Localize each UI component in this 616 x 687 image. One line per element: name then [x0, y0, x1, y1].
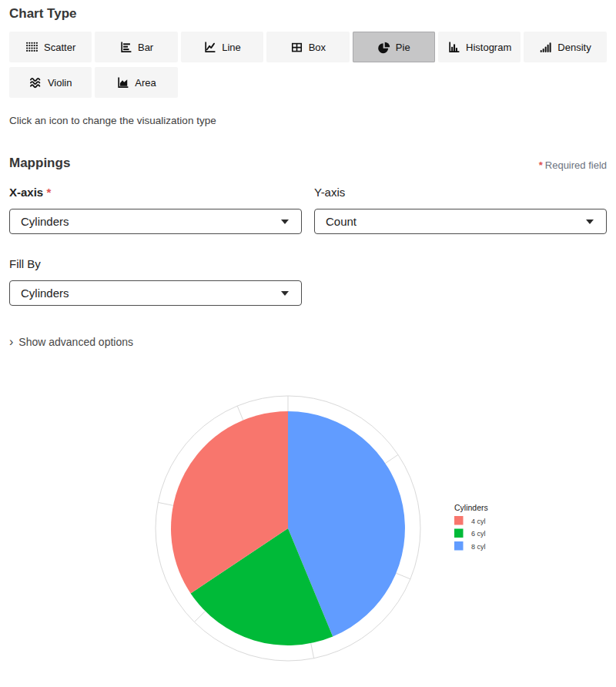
show-advanced-options-label: Show advanced options — [18, 336, 133, 348]
legend-label: 8 cyl — [471, 543, 486, 551]
chart-type-button-label: Bar — [138, 42, 153, 53]
chart-type-button-label: Line — [222, 42, 241, 53]
chart-area: Cylinders4 cyl6 cyl8 cyl — [9, 367, 607, 685]
legend-label: 4 cyl — [471, 518, 486, 525]
required-field-note: *Required field — [539, 159, 607, 171]
required-asterisk-icon: * — [539, 159, 543, 171]
chart-type-button-pie[interactable]: Pie — [353, 32, 435, 62]
chart-type-caption: Click an icon to change the visualizatio… — [9, 115, 607, 126]
chevron-right-icon: › — [9, 337, 13, 347]
chart-type-title: Chart Type — [9, 6, 607, 22]
box-icon — [290, 41, 303, 54]
show-advanced-options-link[interactable]: › Show advanced options — [9, 336, 607, 348]
chart-type-button-box[interactable]: Box — [266, 32, 349, 62]
required-field-text: Required field — [545, 159, 607, 171]
chart-type-button-label: Area — [135, 77, 156, 89]
chart-type-button-label: Histogram — [466, 42, 511, 53]
chart-builder-panel: Chart Type ScatterBarLineBoxPieHistogram… — [0, 0, 616, 685]
chart-type-button-label: Pie — [396, 42, 410, 53]
legend-swatch-4-cyl — [454, 516, 464, 525]
required-asterisk-icon: * — [46, 186, 51, 199]
fill-by-select[interactable]: Cylinders — [9, 280, 302, 306]
fill-by-row: Fill By Cylinders — [9, 257, 607, 306]
chart-type-button-bar[interactable]: Bar — [95, 32, 177, 62]
pie-icon — [377, 41, 390, 54]
chevron-down-icon — [281, 220, 289, 224]
polar-axis-tick — [194, 612, 205, 622]
chart-type-button-area[interactable]: Area — [95, 67, 177, 98]
chart-type-button-scatter[interactable]: Scatter — [9, 32, 92, 62]
polar-axis-tick — [158, 502, 173, 505]
legend-label: 6 cyl — [471, 530, 486, 538]
mappings-header: Mappings *Required field — [9, 156, 607, 171]
chart-type-button-line[interactable]: Line — [181, 32, 263, 62]
x-axis-label: X-axis * — [9, 186, 302, 199]
y-axis-selected-value: Count — [326, 215, 357, 228]
scatter-icon — [25, 41, 38, 54]
polar-axis-tick — [237, 406, 243, 421]
y-axis-field: Y-axis Count — [314, 186, 607, 234]
polar-axis-tick — [385, 454, 398, 463]
mappings-title: Mappings — [9, 156, 70, 171]
violin-icon — [29, 76, 42, 89]
chart-type-button-label: Violin — [48, 77, 72, 89]
density-icon — [539, 41, 552, 54]
bar-icon — [119, 41, 132, 54]
chart-type-button-label: Box — [309, 42, 326, 53]
pie-chart: Cylinders4 cyl6 cyl8 cyl — [40, 367, 579, 685]
chevron-down-icon — [586, 220, 594, 224]
x-axis-selected-value: Cylinders — [21, 215, 69, 228]
legend-swatch-8-cyl — [454, 541, 464, 551]
histogram-icon — [447, 41, 460, 54]
legend-title: Cylinders — [454, 503, 488, 512]
fill-by-selected-value: Cylinders — [21, 287, 69, 300]
axis-fields-row: X-axis * Cylinders Y-axis Count — [9, 186, 607, 234]
polar-axis-tick — [396, 573, 410, 579]
chart-type-button-density[interactable]: Density — [524, 32, 606, 62]
polar-axis-tick — [311, 643, 314, 659]
line-icon — [203, 41, 216, 54]
chart-type-button-label: Density — [557, 42, 591, 53]
legend-swatch-6-cyl — [454, 529, 464, 538]
chevron-down-icon — [281, 291, 289, 296]
x-axis-select[interactable]: Cylinders — [9, 209, 302, 234]
fill-by-label: Fill By — [9, 257, 302, 270]
x-axis-field: X-axis * Cylinders — [9, 186, 302, 234]
area-icon — [116, 76, 129, 89]
chart-type-button-violin[interactable]: Violin — [9, 67, 92, 98]
chart-type-buttons: ScatterBarLineBoxPieHistogramDensityViol… — [9, 32, 608, 98]
fill-by-field: Fill By Cylinders — [9, 257, 302, 306]
chart-type-button-histogram[interactable]: Histogram — [438, 32, 521, 62]
y-axis-label: Y-axis — [314, 186, 607, 199]
y-axis-select[interactable]: Count — [314, 209, 607, 234]
chart-type-button-label: Scatter — [44, 42, 75, 53]
